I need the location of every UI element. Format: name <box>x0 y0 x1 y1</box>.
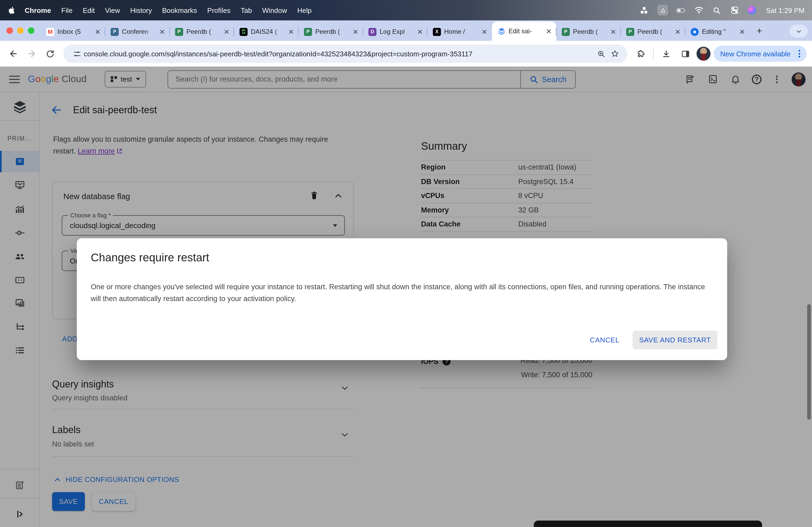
spotlight-search-icon[interactable] <box>712 6 722 15</box>
tab-close-icon[interactable]: ✕ <box>351 27 360 36</box>
dialog-title: Changes require restart <box>91 251 209 264</box>
peerdb-favicon: P <box>562 28 570 36</box>
gmail-favicon: M <box>46 28 54 36</box>
peerdb-favicon: P <box>175 28 183 36</box>
back-icon[interactable] <box>5 46 21 62</box>
restart-confirmation-dialog: Changes require restart One or more chan… <box>77 238 727 360</box>
menubar-item-chrome[interactable]: Chrome <box>25 6 51 14</box>
toolbar-divider <box>653 48 654 59</box>
tab-x-home[interactable]: X Home /✕ <box>427 22 492 41</box>
browser-profile-avatar[interactable] <box>697 47 710 61</box>
peerdb-favicon: P <box>304 28 312 36</box>
menubar-item-profiles[interactable]: Profiles <box>207 6 231 14</box>
new-tab-button[interactable]: + <box>752 24 767 39</box>
tab-close-icon[interactable]: ✕ <box>158 27 166 36</box>
maps-favicon <box>691 28 699 36</box>
tab-dais24[interactable]: DA IS DAIS24 (✕ <box>234 22 299 41</box>
tab-strip: M Inbox (5✕ P Conferen✕ P Peerdb (✕ DA I… <box>0 20 812 41</box>
tab-close-icon[interactable]: ✕ <box>673 27 682 36</box>
peerdb-favicon: P <box>626 28 634 36</box>
screen: Chrome File Edit View History Bookmarks … <box>0 0 812 527</box>
menubar-item-help[interactable]: Help <box>297 6 312 14</box>
tab-peerdb-2[interactable]: P Peerdb (✕ <box>299 22 363 41</box>
menubar-item-tab[interactable]: Tab <box>241 6 252 14</box>
tab-log-explorer[interactable]: D Log Expl✕ <box>363 22 427 41</box>
tab-editing[interactable]: Editing "✕ <box>685 22 750 41</box>
tab-close-icon[interactable]: ✕ <box>545 27 553 35</box>
tab-close-icon[interactable]: ✕ <box>222 27 231 36</box>
downloads-icon[interactable] <box>658 46 674 62</box>
dais-favicon: DA IS <box>240 28 248 36</box>
tab-peerdb-1[interactable]: P Peerdb (✕ <box>170 22 234 41</box>
menubar-item-window[interactable]: Window <box>262 6 287 14</box>
address-bar[interactable]: console.cloud.google.com/sql/instances/s… <box>63 45 627 63</box>
tab-close-icon[interactable]: ✕ <box>609 27 618 36</box>
tab-inbox[interactable]: M Inbox (5✕ <box>41 22 105 41</box>
bookmark-star-icon[interactable] <box>608 47 622 61</box>
tab-close-icon[interactable]: ✕ <box>480 27 489 36</box>
tab-edit-sai-peerdb-active[interactable]: Edit sai-✕ <box>492 21 556 41</box>
dialog-save-and-restart-button[interactable]: SAVE AND RESTART <box>633 331 717 349</box>
menubar-item-edit[interactable]: Edit <box>83 6 95 14</box>
wifi-icon[interactable] <box>695 6 704 15</box>
menubar-clock[interactable]: Sat 1:29 PM <box>766 6 804 14</box>
app-blocks-icon[interactable] <box>640 6 649 15</box>
browser-viewport: Google Cloud test Search <box>0 66 812 527</box>
forward-icon[interactable] <box>24 46 40 62</box>
site-settings-icon[interactable] <box>70 47 84 61</box>
menubar-item-view[interactable]: View <box>105 6 120 14</box>
postgresql-favicon: P <box>111 28 119 36</box>
maximize-window-button[interactable] <box>28 27 34 34</box>
macos-menubar: Chrome File Edit View History Bookmarks … <box>0 0 812 20</box>
menubar-item-bookmarks[interactable]: Bookmarks <box>162 6 197 14</box>
tab-close-icon[interactable]: ✕ <box>416 27 424 36</box>
chrome-update-pill[interactable]: New Chrome available <box>714 46 807 62</box>
apple-menu-icon[interactable] <box>8 6 16 15</box>
side-panel-icon[interactable] <box>677 46 693 62</box>
tab-close-icon[interactable]: ✕ <box>738 27 746 36</box>
battery-icon[interactable] <box>677 6 686 15</box>
minimize-window-button[interactable] <box>17 27 24 34</box>
tab-peerdb-4[interactable]: P Peerdb (✕ <box>621 22 685 41</box>
tab-conference[interactable]: P Conferen✕ <box>105 22 170 41</box>
dialog-body-text: One or more changes you've selected will… <box>91 281 714 305</box>
tab-close-icon[interactable]: ✕ <box>287 27 295 36</box>
browser-toolbar: console.cloud.google.com/sql/instances/s… <box>0 41 812 66</box>
close-window-button[interactable] <box>6 27 13 34</box>
tab-peerdb-3[interactable]: P Peerdb (✕ <box>556 22 621 41</box>
reload-icon[interactable] <box>42 46 58 62</box>
browser-menu-kebab-icon[interactable] <box>795 50 803 57</box>
menubar-item-file[interactable]: File <box>61 6 73 14</box>
dialog-cancel-button[interactable]: CANCEL <box>584 331 625 349</box>
x-favicon: X <box>433 28 441 36</box>
extensions-icon[interactable] <box>633 46 649 62</box>
datadog-favicon: D <box>368 28 376 36</box>
window-controls <box>6 20 41 41</box>
menubar-item-history[interactable]: History <box>130 6 152 14</box>
tab-search-chevron[interactable] <box>789 25 808 37</box>
url-text: console.cloud.google.com/sql/instances/s… <box>84 50 594 58</box>
cloud-sql-favicon <box>497 27 505 35</box>
siri-icon[interactable] <box>748 6 756 15</box>
menubar-badge-icon[interactable] <box>657 5 668 16</box>
zoom-icon[interactable] <box>594 47 608 61</box>
control-center-icon[interactable] <box>730 6 739 15</box>
tab-close-icon[interactable]: ✕ <box>93 27 102 36</box>
